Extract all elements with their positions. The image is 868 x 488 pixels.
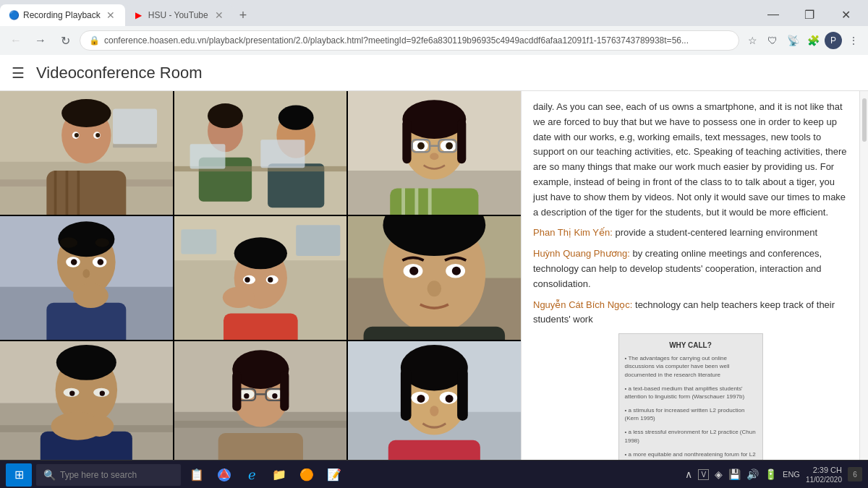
tray-arrow-icon[interactable]: ∧ — [685, 468, 692, 480]
menu-icon[interactable]: ⋮ — [845, 32, 862, 49]
shield-icon[interactable]: 🛡 — [764, 32, 781, 49]
camera-grid — [0, 91, 521, 460]
extension-icon[interactable]: 🧩 — [804, 32, 822, 49]
cam9-svg — [348, 341, 521, 460]
svg-point-67 — [222, 287, 254, 308]
svg-rect-30 — [457, 119, 466, 163]
tray-volume-icon[interactable]: 🔊 — [746, 468, 759, 480]
tray-v-icon[interactable]: V — [698, 469, 709, 480]
svg-point-42 — [430, 153, 439, 160]
speaker1-message: Phan Thị Kim Yến: provide a student-cent… — [533, 226, 848, 241]
speaker2-name: Huỳnh Quang Phương: — [533, 248, 630, 259]
taskbar-ie-icon[interactable]: ℯ — [240, 463, 263, 487]
tab-recording-playback[interactable]: 🔵 Recording Playback ✕ — [0, 4, 125, 26]
tab-youtube[interactable]: ▶ HSU - YouTube ✕ — [125, 4, 234, 26]
transcript-panel: daily. As you can see, each of us owns a… — [521, 91, 859, 460]
date-display: 11/02/2020 — [806, 475, 842, 484]
cam1-person-svg — [0, 91, 173, 215]
svg-rect-62 — [224, 313, 298, 340]
svg-point-48 — [73, 283, 109, 308]
notification-badge[interactable]: 6 — [848, 467, 862, 481]
svg-point-38 — [446, 142, 454, 150]
minimize-button[interactable]: — — [757, 3, 790, 26]
cam7-svg — [0, 341, 173, 460]
camera-cell-2 — [174, 91, 347, 215]
cam5-svg — [174, 216, 347, 340]
window-controls: — ❐ ✕ — [751, 3, 868, 26]
slide-thumbnail: WHY CALL? • The advantages for carrying … — [618, 333, 763, 460]
svg-point-99 — [272, 393, 277, 398]
app-header: ☰ Videoconference Room — [0, 55, 868, 91]
page-title: Videoconference Room — [36, 64, 203, 82]
speaker1-name: Phan Thị Kim Yến: — [533, 227, 613, 238]
svg-rect-58 — [296, 225, 340, 256]
main-content: Recorded with BigBlueButton. ⏸ 57:24 ⛶ ☰… — [0, 91, 868, 460]
system-tray: ∧ V ◈ 💾 🔊 🔋 ENG 2:39 CH 11/02/2020 6 — [685, 465, 862, 484]
tray-disk-icon[interactable]: 💾 — [728, 468, 741, 480]
svg-rect-109 — [401, 368, 412, 421]
slide-title: WHY CALL? — [625, 340, 757, 351]
tray-lang[interactable]: ENG — [783, 470, 800, 479]
start-button[interactable]: ⊞ — [6, 463, 32, 487]
svg-point-116 — [430, 406, 439, 416]
svg-point-20 — [278, 106, 313, 130]
svg-point-61 — [234, 237, 286, 269]
cam8-svg — [174, 341, 347, 460]
back-button[interactable]: ← — [6, 30, 26, 51]
profile-avatar[interactable]: P — [825, 32, 842, 49]
slide-content: • The advantages for carrying out online… — [625, 354, 757, 460]
svg-point-10 — [75, 133, 79, 137]
taskbar-app1-icon[interactable]: 🟠 — [295, 463, 318, 487]
tab-bar: 🔵 Recording Playback ✕ ▶ HSU - YouTube ✕… — [0, 0, 868, 26]
camera-cell-3 — [348, 91, 521, 215]
taskbar-taskview-icon[interactable]: 📋 — [185, 463, 208, 487]
bookmark-icon[interactable]: ☆ — [744, 32, 761, 49]
camera-cell-8 — [174, 341, 347, 460]
svg-point-113 — [417, 395, 425, 403]
time-display-taskbar: 2:39 CH — [806, 465, 842, 475]
search-box[interactable]: 🔍 Type here to search — [36, 464, 181, 486]
taskbar-word-icon[interactable]: 📝 — [323, 463, 346, 487]
new-tab-button[interactable]: + — [234, 5, 253, 26]
svg-point-53 — [82, 269, 90, 278]
app-container: ☰ Videoconference Room — [0, 55, 868, 460]
svg-rect-5 — [46, 171, 126, 215]
tab2-close-button[interactable]: ✕ — [213, 8, 225, 22]
svg-rect-72 — [364, 327, 506, 340]
cam6-svg — [348, 216, 521, 340]
tab1-favicon: 🔵 — [9, 10, 19, 20]
svg-rect-95 — [218, 433, 302, 460]
maximize-button[interactable]: ❐ — [793, 3, 826, 26]
cam4-svg — [0, 216, 173, 340]
svg-rect-104 — [280, 372, 289, 411]
search-icon: 🔍 — [43, 469, 56, 481]
tray-dropbox-icon[interactable]: ◈ — [715, 468, 723, 480]
tray-battery-icon[interactable]: 🔋 — [765, 468, 777, 480]
clock: 2:39 CH 11/02/2020 — [806, 465, 842, 484]
svg-point-64 — [244, 277, 250, 282]
camera-cell-7 — [0, 341, 173, 460]
address-bar[interactable]: 🔒 conference.hoasen.edu.vn/playback/pres… — [80, 30, 739, 51]
svg-point-87 — [69, 391, 75, 396]
hamburger-menu-button[interactable]: ☰ — [12, 64, 25, 82]
scrollbar[interactable] — [859, 91, 868, 460]
scrollbar-thumb[interactable] — [862, 98, 867, 142]
browser-chrome: 🔵 Recording Playback ✕ ▶ HSU - YouTube ✕… — [0, 0, 868, 55]
close-button[interactable]: ✕ — [829, 3, 862, 26]
svg-rect-23 — [190, 144, 225, 168]
svg-point-89 — [100, 391, 105, 396]
svg-point-115 — [446, 395, 454, 403]
refresh-button[interactable]: ↻ — [55, 30, 75, 51]
lock-icon: 🔒 — [89, 35, 100, 46]
svg-point-85 — [85, 416, 114, 437]
forward-button[interactable]: → — [30, 30, 51, 51]
tab2-favicon: ▶ — [134, 10, 144, 20]
cast-icon[interactable]: 📡 — [784, 32, 801, 49]
svg-rect-29 — [403, 119, 412, 163]
tab1-close-button[interactable]: ✕ — [105, 8, 116, 22]
svg-rect-24 — [260, 140, 305, 168]
svg-rect-47 — [46, 303, 126, 340]
svg-point-76 — [452, 267, 461, 275]
taskbar-explorer-icon[interactable]: 📁 — [268, 463, 291, 487]
taskbar-chrome-icon[interactable] — [213, 463, 236, 487]
